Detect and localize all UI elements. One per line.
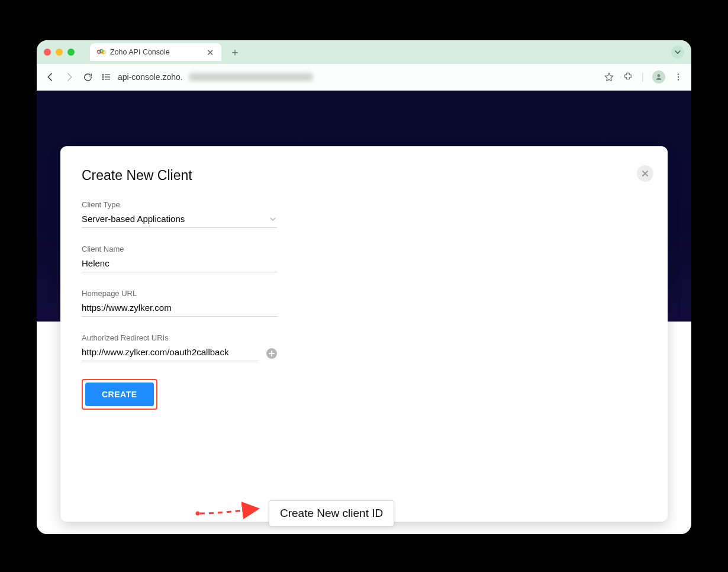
annotation: Create New client ID <box>195 500 394 526</box>
page: API Console Helenc Create New Client Cli… <box>37 91 691 534</box>
create-client-card: Create New Client Client Type Client Nam… <box>60 146 668 522</box>
new-tab-icon[interactable]: ＋ <box>230 45 240 59</box>
create-button-highlight: CREATE <box>82 379 157 410</box>
window-close-dot[interactable] <box>44 49 51 56</box>
redirect-label: Authorized Redirect URIs <box>82 333 277 342</box>
client-name-label: Client Name <box>82 245 277 253</box>
zoho-favicon-icon <box>97 48 105 56</box>
svg-point-8 <box>678 76 679 78</box>
url-blurred-tail <box>189 73 313 81</box>
window-zoom-dot[interactable] <box>67 49 75 56</box>
svg-point-18 <box>196 512 200 516</box>
svg-point-9 <box>678 79 679 80</box>
redirect-input[interactable] <box>82 346 258 361</box>
create-button[interactable]: CREATE <box>85 383 154 406</box>
svg-rect-1 <box>100 50 104 53</box>
annotation-callout: Create New client ID <box>269 500 394 526</box>
client-name-input[interactable] <box>82 257 277 272</box>
extensions-icon[interactable] <box>623 72 633 82</box>
nav-reload-icon[interactable] <box>83 72 93 82</box>
svg-point-5 <box>102 79 104 80</box>
window-minimize-dot[interactable] <box>56 49 63 56</box>
tabs-dropdown-icon[interactable] <box>671 46 684 59</box>
svg-point-6 <box>658 74 661 77</box>
browser-window: Zoho API Console ✕ ＋ api-co <box>37 40 691 534</box>
client-type-label: Client Type <box>82 200 277 209</box>
chevron-down-icon[interactable] <box>269 215 277 223</box>
url-visible: api-console.zoho. <box>118 72 183 82</box>
svg-point-3 <box>102 74 104 75</box>
kebab-menu-icon[interactable] <box>674 72 683 82</box>
close-card-button[interactable] <box>637 165 653 182</box>
address-bar: api-console.zoho. | <box>37 64 691 91</box>
svg-point-7 <box>678 73 679 75</box>
homepage-input[interactable] <box>82 301 277 317</box>
bookmark-star-icon[interactable] <box>604 72 614 82</box>
client-type-select[interactable] <box>82 213 277 228</box>
card-title: Create New Client <box>82 168 646 184</box>
nav-back-icon[interactable] <box>45 72 56 82</box>
tab-title: Zoho API Console <box>110 48 170 56</box>
profile-chip-icon[interactable] <box>652 70 665 83</box>
svg-point-4 <box>102 76 104 78</box>
add-redirect-button[interactable] <box>266 348 277 359</box>
nav-forward-icon[interactable] <box>64 72 75 82</box>
browser-tab[interactable]: Zoho API Console ✕ <box>90 43 221 61</box>
tab-close-icon[interactable]: ✕ <box>207 48 214 57</box>
annotation-arrow-icon <box>195 503 265 524</box>
site-info-icon[interactable] <box>101 72 112 82</box>
address-field[interactable]: api-console.zoho. <box>101 72 595 82</box>
homepage-label: Homepage URL <box>82 289 277 298</box>
tab-strip: Zoho API Console ✕ ＋ <box>37 40 691 64</box>
